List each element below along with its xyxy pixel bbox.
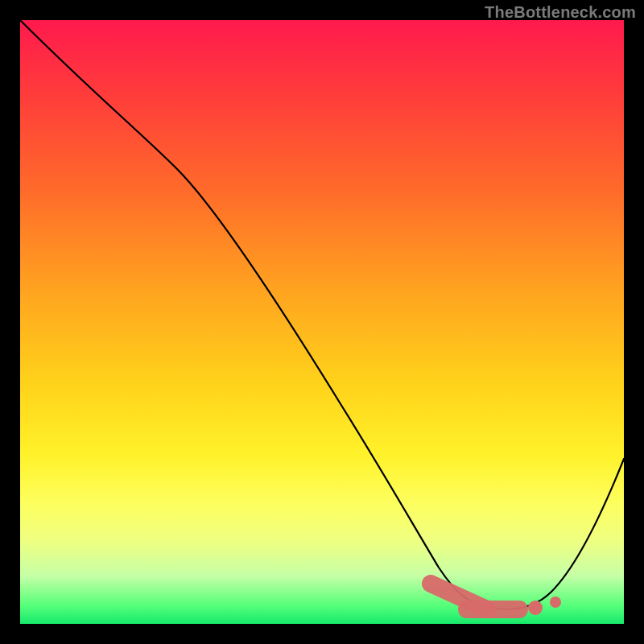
watermark-text: TheBottleneck.com bbox=[485, 3, 636, 22]
optimal-point-dot-2 bbox=[550, 597, 561, 608]
bottleneck-chart bbox=[20, 20, 624, 624]
optimal-point-dot-1 bbox=[528, 601, 543, 615]
chart-frame bbox=[20, 20, 624, 624]
bottleneck-curve-path bbox=[20, 20, 624, 609]
